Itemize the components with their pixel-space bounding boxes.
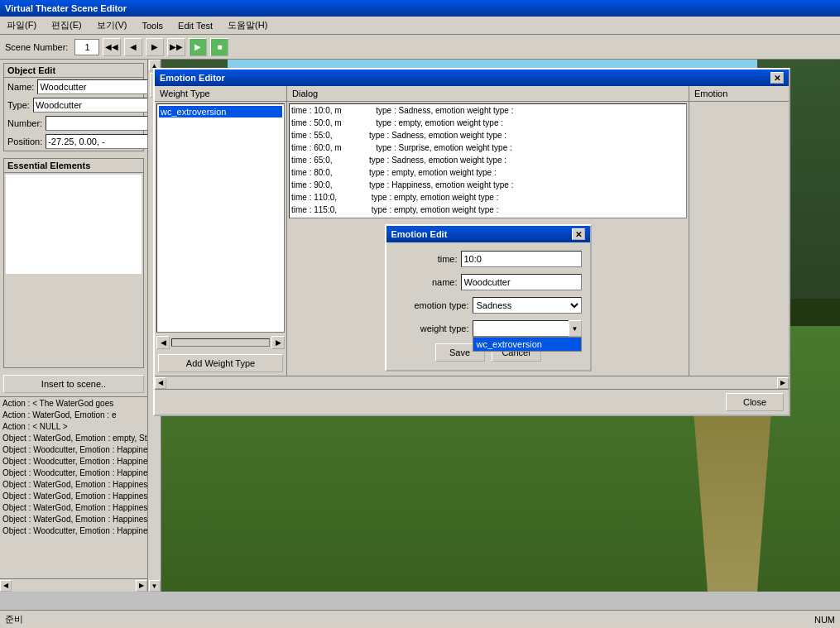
emotion-editor-close-btn[interactable]: ✕: [770, 72, 784, 84]
essential-header: Essential Elements: [4, 159, 143, 173]
app-title: Virtual Theater Scene Editor: [5, 3, 127, 13]
weight-type-label: weight type:: [395, 324, 469, 333]
time-input[interactable]: [461, 251, 582, 267]
essential-content: [6, 175, 142, 274]
weight-type-row: weight type: ▼ wc_extroversion: [395, 320, 582, 337]
weight-type-item[interactable]: wc_extroversion: [159, 106, 282, 117]
vscroll-down-btn[interactable]: ▼: [149, 580, 161, 592]
weight-type-dropdown-list: wc_extroversion: [473, 337, 582, 352]
left-panel: Object Edit Name: Type: Number:: [0, 60, 161, 592]
next-btn[interactable]: ▶: [146, 38, 164, 56]
title-bar: Virtual Theater Scene Editor: [0, 0, 840, 17]
log-line: Object : WaterGod, Emotion : Happiness, …: [2, 491, 145, 502]
dialog-list: time : 10:0, m type : Sadness, emotion w…: [289, 103, 687, 218]
object-edit-header: Object Edit: [4, 64, 143, 78]
menu-edit-test[interactable]: Edit Test: [175, 20, 216, 31]
dialog-panel: Dialog time : 10:0, m type : Sadness, em…: [287, 86, 689, 376]
type-input[interactable]: [33, 98, 147, 113]
position-input[interactable]: [46, 134, 147, 149]
name-label: name:: [395, 277, 458, 287]
emotion-hscroll-right[interactable]: ▶: [777, 377, 789, 389]
dialog-line: time : 65:0, type : Sadness, emotion wei…: [290, 154, 686, 166]
status-left: 준비: [5, 613, 814, 626]
log-line: Object : Woodcutter, Emotion : Happiness…: [2, 444, 145, 456]
time-label: time:: [395, 254, 458, 264]
name-input[interactable]: [37, 79, 147, 94]
scene-number-input[interactable]: [74, 39, 99, 55]
fast-forward-btn[interactable]: ▶▶: [167, 38, 185, 56]
hscroll-left-btn[interactable]: ◀: [0, 580, 12, 592]
emotion-hscroll-left[interactable]: ◀: [155, 377, 166, 389]
emotion-panel: Emotion: [689, 86, 789, 376]
weight-type-scroll-left[interactable]: ◀: [156, 336, 170, 349]
type-label: Type:: [7, 100, 30, 110]
log-line: Action : < The WaterGod goes: [2, 398, 145, 410]
status-right: NUM: [814, 615, 835, 625]
log-line: Action : WaterGod, Emotion : e: [2, 410, 145, 421]
emotion-editor-title: Emotion Editor: [160, 73, 225, 83]
emotion-editor-close-bottom-btn[interactable]: Close: [726, 393, 784, 411]
name-input[interactable]: [461, 274, 582, 290]
number-input[interactable]: [46, 116, 147, 131]
emotion-edit-container: Emotion Edit ✕ time: name:: [287, 220, 689, 376]
position-label: Position:: [7, 137, 42, 146]
log-line: Object : WaterGod, Emotion : Happiness, …: [2, 502, 145, 514]
dialog-line: time : 135:0, type : empty, emotion weig…: [290, 216, 686, 218]
log-line: Object : Woodcutter, Emotion : Happiness…: [2, 456, 145, 467]
weight-type-dropdown-btn[interactable]: ▼: [569, 320, 582, 337]
rewind-btn[interactable]: ◀◀: [103, 38, 121, 56]
emotion-type-row: emotion type: Sadness Happiness Surprise…: [395, 297, 582, 314]
dialog-line: time : 60:0, m type : Surprise, emotion …: [290, 141, 686, 154]
weight-type-dropdown-input[interactable]: [473, 320, 582, 337]
status-bar: 준비 NUM: [0, 610, 840, 628]
log-line: Object : WaterGod, Emotion : empty, Stre…: [2, 433, 145, 444]
log-line: Action : < NULL >: [2, 421, 145, 433]
emotion-type-label: emotion type:: [395, 300, 469, 310]
weight-type-list: wc_extroversion: [156, 103, 285, 333]
dialog-line: time : 115:0, type : empty, emotion weig…: [290, 204, 686, 216]
add-weight-type-btn[interactable]: Add Weight Type: [158, 354, 283, 372]
emotion-editor-body: Weight Type wc_extroversion ◀ ▶ Add Weig…: [155, 86, 789, 376]
weight-type-panel: Weight Type wc_extroversion ◀ ▶ Add Weig…: [155, 86, 287, 376]
emotion-edit-modal: Emotion Edit ✕ time: name:: [385, 224, 592, 372]
dialog-line: time : 10:0, m type : Sadness, emotion w…: [290, 104, 686, 117]
weight-type-header: Weight Type: [155, 86, 286, 102]
scene-number-label: Scene Number:: [5, 42, 68, 52]
dialog-line: time : 110:0, type : empty, emotion weig…: [290, 191, 686, 204]
log-line: Object : Woodcutter, Emotion : Happiness…: [2, 467, 145, 479]
log-line: Object : WaterGod, Emotion : Happiness, …: [2, 479, 145, 491]
emotion-editor: Emotion Editor ✕ Weight Type wc_extrover…: [153, 68, 790, 416]
main-container: Object Edit Name: Type: Number:: [0, 60, 840, 592]
weight-type-dropdown-area: ▼ wc_extroversion: [473, 320, 582, 337]
dialog-header: Dialog: [287, 86, 689, 102]
toolbar: Scene Number: ◀◀ ◀ ▶ ▶▶ ▶ ■: [0, 35, 840, 60]
menu-help[interactable]: 도움말(H): [224, 18, 271, 32]
prev-btn[interactable]: ◀: [124, 38, 142, 56]
weight-type-scroll: ◀ ▶: [155, 334, 286, 351]
menu-edit[interactable]: 편집(E): [48, 18, 85, 32]
hscroll-right-btn[interactable]: ▶: [136, 580, 147, 592]
weight-type-option[interactable]: wc_extroversion: [473, 338, 581, 351]
name-row: name:: [395, 274, 582, 290]
menu-bar: 파일(F) 편집(E) 보기(V) Tools Edit Test 도움말(H): [0, 17, 840, 35]
dialog-line: time : 50:0, m type : empty, emotion wei…: [290, 117, 686, 129]
menu-view[interactable]: 보기(V): [94, 18, 131, 32]
dialog-line: time : 80:0, type : empty, emotion weigh…: [290, 166, 686, 179]
log-line: Object : WaterGod, Emotion : Happiness, …: [2, 514, 145, 525]
emotion-edit-close-btn[interactable]: ✕: [572, 228, 585, 240]
dialog-line: time : 90:0, type : Happiness, emotion w…: [290, 179, 686, 191]
emotion-header: Emotion: [689, 86, 789, 102]
log-line: Object : Woodcutter, Emotion : Happiness…: [2, 525, 145, 537]
record-btn[interactable]: ■: [210, 38, 228, 56]
editor-close-row: Close: [155, 389, 789, 415]
play-btn[interactable]: ▶: [189, 38, 207, 56]
menu-file[interactable]: 파일(F): [3, 18, 40, 32]
menu-tools[interactable]: Tools: [138, 20, 166, 31]
emotion-type-select[interactable]: Sadness Happiness Surprise empty: [473, 297, 582, 314]
weight-type-scroll-right[interactable]: ▶: [271, 336, 285, 349]
emotion-editor-title-bar: Emotion Editor ✕: [155, 70, 789, 86]
insert-to-scene-btn[interactable]: Insert to scene..: [3, 375, 144, 393]
time-row: time:: [395, 251, 582, 267]
log-area: Action : < The WaterGod goes Action : Wa…: [0, 396, 147, 578]
emotion-edit-title-bar: Emotion Edit ✕: [386, 226, 590, 242]
